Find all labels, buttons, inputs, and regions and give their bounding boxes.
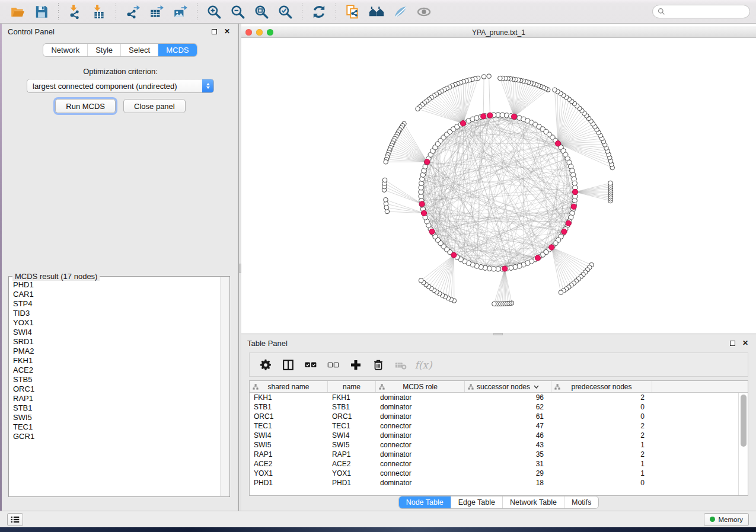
select-all-rows-button[interactable] [299, 355, 322, 375]
table-cell[interactable]: 0 [551, 402, 652, 412]
graph-node-mcds[interactable] [487, 113, 493, 118]
tab-network[interactable]: Network [43, 44, 87, 56]
table-cell[interactable]: SWI5 [250, 440, 328, 450]
mcds-result-item[interactable]: PHD1 [9, 280, 220, 290]
table-cell[interactable]: connector [376, 459, 465, 469]
table-cell[interactable]: TEC1 [328, 421, 376, 431]
memory-button[interactable]: Memory [704, 513, 749, 526]
table-scrollbar[interactable] [738, 393, 748, 495]
table-cell[interactable]: 1 [551, 459, 652, 469]
graph-node[interactable] [553, 88, 557, 92]
deselect-all-rows-button[interactable] [322, 355, 344, 375]
graph-node[interactable] [481, 75, 486, 79]
table-cell[interactable]: YOX1 [250, 469, 328, 478]
delete-table-button[interactable] [390, 355, 412, 375]
graph-node-mcds[interactable] [562, 229, 567, 234]
show-graphics-details-button[interactable] [412, 2, 436, 21]
graph-node-mcds[interactable] [555, 141, 560, 146]
table-cell[interactable]: 1 [551, 440, 652, 450]
graph-node-mcds[interactable] [451, 252, 457, 258]
mcds-result-item[interactable]: PMA2 [9, 347, 220, 356]
export-table-button[interactable] [145, 2, 168, 21]
export-network-button[interactable] [121, 2, 145, 21]
table-cell[interactable]: 0 [551, 478, 652, 488]
table-cell[interactable]: 96 [465, 393, 551, 402]
tab-motifs[interactable]: Motifs [564, 496, 598, 508]
import-table-button[interactable] [87, 2, 111, 21]
graph-node-mcds[interactable] [429, 229, 435, 234]
table-cell[interactable]: 61 [465, 412, 551, 421]
run-mcds-button[interactable]: Run MCDS [55, 99, 116, 113]
table-cell[interactable]: ORC1 [250, 412, 328, 421]
tab-style[interactable]: Style [87, 44, 120, 56]
share-document-button[interactable] [341, 2, 365, 21]
column-header-MCDS-role[interactable]: MCDS role [376, 381, 465, 392]
zoom-selected-button[interactable] [273, 2, 297, 21]
graph-node-mcds[interactable] [511, 114, 516, 119]
table-row[interactable]: YOX1YOX1connector291 [250, 469, 738, 478]
mcds-result-item[interactable]: STP4 [9, 299, 220, 309]
table-cell[interactable]: STB1 [328, 402, 376, 412]
hide-graphics-details-button[interactable] [388, 2, 412, 21]
table-cell[interactable]: 31 [465, 459, 551, 469]
graph-node[interactable] [382, 178, 387, 182]
table-cell[interactable]: 35 [465, 450, 551, 459]
table-row[interactable]: RAP1RAP1dominator352 [250, 450, 738, 459]
table-cell[interactable]: dominator [376, 393, 465, 402]
zoom-out-button[interactable] [226, 2, 250, 21]
mcds-result-item[interactable]: SWI5 [9, 413, 220, 422]
criterion-select[interactable]: largest connected component (undirected) [27, 79, 214, 93]
close-panel-button[interactable]: Close panel [123, 99, 186, 113]
table-cell[interactable]: RAP1 [250, 450, 328, 459]
table-cell[interactable]: 1 [551, 469, 652, 478]
mcds-result-item[interactable]: STB1 [9, 403, 220, 413]
table-cell[interactable]: 0 [551, 412, 652, 421]
table-cell[interactable]: dominator [376, 402, 465, 412]
table-cell[interactable]: 2 [551, 421, 652, 431]
scrollbar-thumb[interactable] [741, 395, 747, 447]
table-row[interactable]: STB1STB1dominator620 [250, 402, 738, 412]
export-image-button[interactable] [168, 2, 192, 21]
mcds-result-scrollbar[interactable] [220, 277, 229, 496]
graph-node-mcds[interactable] [502, 266, 508, 271]
table-cell[interactable]: dominator [376, 450, 465, 459]
table-row[interactable]: TEC1TEC1connector472 [250, 421, 738, 431]
table-cell[interactable]: 43 [465, 440, 551, 450]
network-list-button[interactable] [7, 513, 23, 526]
graph-node[interactable] [384, 159, 388, 164]
zoom-fit-button[interactable] [250, 2, 273, 21]
table-cell[interactable]: dominator [376, 431, 465, 440]
graph-node-mcds[interactable] [571, 204, 576, 209]
network-canvas-svg[interactable] [241, 38, 756, 332]
graph-node[interactable] [384, 197, 388, 202]
graph-node[interactable] [419, 278, 423, 283]
search-input[interactable] [668, 8, 745, 16]
table-cell[interactable]: TEC1 [250, 421, 328, 431]
graph-node[interactable] [498, 76, 503, 81]
table-row[interactable]: FKH1FKH1dominator962 [250, 393, 738, 402]
control-panel-close-button[interactable]: ✕ [222, 27, 232, 36]
table-cell[interactable]: RAP1 [328, 450, 376, 459]
tab-mcds[interactable]: MCDS [158, 44, 196, 56]
table-cell[interactable]: SWI4 [250, 431, 328, 440]
search-box[interactable] [652, 5, 750, 18]
add-column-button[interactable] [344, 355, 367, 375]
table-row[interactable]: PHD1PHD1dominator180 [250, 478, 738, 488]
table-cell[interactable]: dominator [376, 412, 465, 421]
delete-column-button[interactable] [367, 355, 390, 375]
table-cell[interactable]: SWI4 [328, 431, 376, 440]
table-row[interactable]: ACE2ACE2connector311 [250, 459, 738, 469]
mcds-result-item[interactable]: ACE2 [9, 366, 220, 375]
table-row[interactable]: SWI5SWI5connector431 [250, 440, 738, 450]
graph-node-mcds[interactable] [419, 201, 425, 207]
table-cell[interactable]: ACE2 [250, 459, 328, 469]
graph-node-mcds[interactable] [566, 220, 571, 226]
column-header-name[interactable]: name [328, 381, 376, 392]
mcds-result-item[interactable]: GCR1 [9, 432, 220, 441]
table-cell[interactable]: 46 [465, 431, 551, 440]
tab-node-table[interactable]: Node Table [399, 496, 451, 508]
table-cell[interactable]: ORC1 [328, 412, 376, 421]
table-row[interactable]: ORC1ORC1dominator610 [250, 412, 738, 421]
graph-node[interactable] [487, 74, 492, 79]
mcds-result-item[interactable]: RAP1 [9, 394, 220, 403]
